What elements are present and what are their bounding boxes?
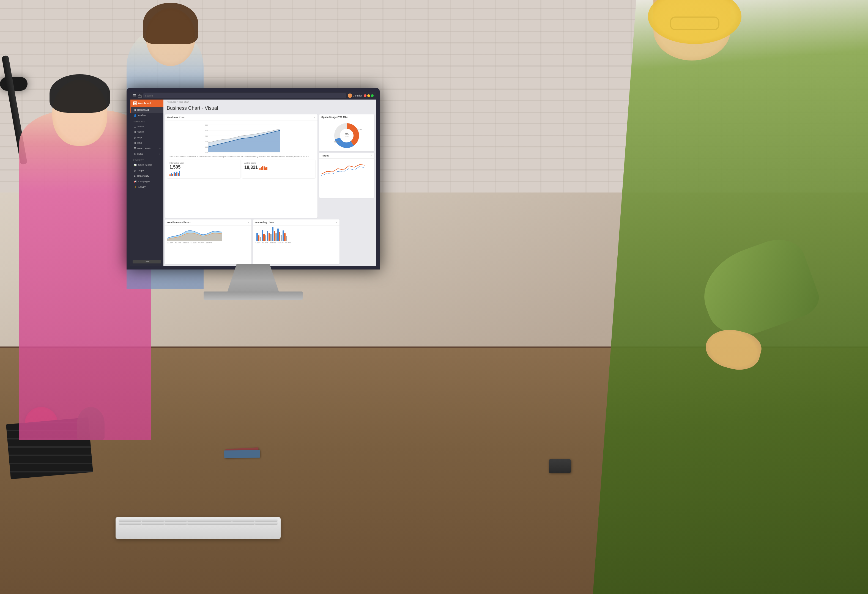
target-card: Target × [319,153,374,198]
bar-group-2 [262,230,266,241]
realtime-legend: 31.20% 43.70% 38.50% 42.30% 44.90% 38.50… [167,242,249,244]
sidebar-item-forms[interactable]: ◫ Forms [130,124,164,129]
menu-icon[interactable]: ☰ [133,93,136,98]
key [255,519,278,522]
bar-a-3 [267,231,268,241]
sidebar-logo-text: Dashboard [138,102,151,105]
keyboard[interactable] [115,517,280,539]
target-close[interactable]: × [370,154,372,157]
marketing-bar-chart [255,227,337,241]
svg-text:800: 800 [205,124,208,126]
sidebar-item-activity[interactable]: ⚡ Activity [130,184,164,190]
opportunity-icon: ◈ [134,175,136,177]
bar-3 [172,174,173,176]
legend-3: 38.50% [183,242,189,244]
sidebar-item-extra[interactable]: ⊕ Extra ▸ [130,151,164,157]
realtime-header: Realtime Dashboard × [165,220,251,226]
label-badge[interactable]: Label [133,260,161,264]
business-chart-card: Business Chart × [165,114,317,218]
bar-a-1 [257,233,258,241]
mlegend-3: 38.50% [270,242,276,244]
content-area: Resource > Your Chart Business Chart - V… [164,100,376,266]
notebook-2 [224,450,260,458]
chevron-right-icon-extra: ▸ [159,153,161,155]
sidebar-item-extra-label: Extra [137,153,143,155]
bar-c-2 [265,236,266,241]
monitor-screen: ☰ Jennifer [127,88,380,270]
sidebar-item-menu-levels[interactable]: ☰ Menu Levels ▸ [130,146,164,151]
sidebar-item-opportunity[interactable]: ◈ Opportunity [130,173,164,179]
window-controls [364,94,373,97]
chevron-right-icon: ▸ [159,147,161,150]
bar-c-4 [275,233,277,241]
active-users-value: 18,321 [244,165,258,170]
target-chart-svg [321,160,365,177]
legend-6: 38.50% [206,242,212,244]
marketing-header: Marketing Chart × [253,220,340,226]
stat-bars [170,171,238,176]
sidebar-item-tables[interactable]: ⊞ Tables [130,129,164,135]
svg-text:315 Mb: 315 Mb [334,141,340,143]
svg-rect-0 [138,96,142,97]
grid-icon: ⊞ [134,141,136,144]
sidebar-item-campaigns[interactable]: 📢 Campaigns [130,179,164,184]
bar-a-5 [278,228,279,241]
extra-icon: ⊕ [134,153,136,155]
close-btn[interactable] [364,94,366,97]
realtime-dashboard-card: Realtime Dashboard × [165,220,251,264]
sidebar-item-grid[interactable]: ⊞ Grid [130,140,164,146]
svg-rect-14 [261,167,262,170]
search-input[interactable] [143,93,346,98]
donut-chart-svg: 40% used 313 Mb 315 Mb [330,122,363,149]
bar-c-1 [260,237,261,241]
background-scene: ☰ Jennifer [0,0,868,594]
sidebar-item-target[interactable]: ◎ Target [130,168,164,173]
home-icon [138,94,142,97]
key [164,519,187,522]
profiles-icon: 👤 [134,114,137,117]
svg-text:600: 600 [205,130,208,131]
page-header: Business Chart - Visual [164,104,376,113]
bar-group-3 [267,231,272,241]
bar-b-1 [258,236,260,241]
svg-rect-15 [262,166,263,170]
page-title: Business Chart - Visual [167,105,372,111]
business-chart-close[interactable]: × [314,116,315,119]
monitor-wrapper: ☰ Jennifer [127,88,391,297]
sidebar-item-opportunity-label: Opportunity [137,175,149,177]
activity-icon: ⚡ [134,186,137,189]
sidebar-item-sales-label: Sales Report [138,164,152,167]
bar-8 [179,171,180,176]
marketing-close[interactable]: × [336,221,337,224]
sidebar-item-sales-report[interactable]: 📊 Sales Report [130,162,164,168]
maximize-btn[interactable] [371,94,373,97]
svg-rect-13 [260,168,261,170]
bar-5 [175,173,176,176]
marketing-chart-card: Marketing Chart × [253,220,340,264]
sidebar-item-dashboard-label: Dashboard [137,109,149,111]
sidebar: ▣ Dashboard ⊞ Dashboard 👤 Profiles [130,100,164,266]
key [142,522,164,525]
sidebar-item-profiles[interactable]: 👤 Profiles [130,113,164,118]
minimize-btn[interactable] [367,94,370,97]
realtime-chart [167,227,249,241]
target-body [319,159,374,179]
space-usage-title: Space Usage (750 Mb) [321,116,347,118]
sidebar-item-map[interactable]: ◎ Map [130,135,164,140]
realtime-close[interactable]: × [248,221,249,224]
svg-point-22 [341,130,352,141]
svg-text:100: 100 [205,152,208,153]
active-users-chart-icon [260,165,268,170]
sidebar-item-dashboard[interactable]: ⊞ Dashboard [130,107,164,113]
map-icon: ◎ [134,136,136,139]
person-left-hair [50,74,110,113]
monitor-base [204,292,303,300]
svg-text:40%: 40% [344,133,349,135]
right-column: Space Usage (750 Mb) [319,114,374,198]
bar-2 [171,173,172,176]
realtime-title: Realtime Dashboard [167,221,191,224]
bar-1 [170,174,171,176]
template-section-label: Template [130,118,164,124]
svg-text:400: 400 [205,135,208,137]
legend-2: 43.70% [175,242,181,244]
